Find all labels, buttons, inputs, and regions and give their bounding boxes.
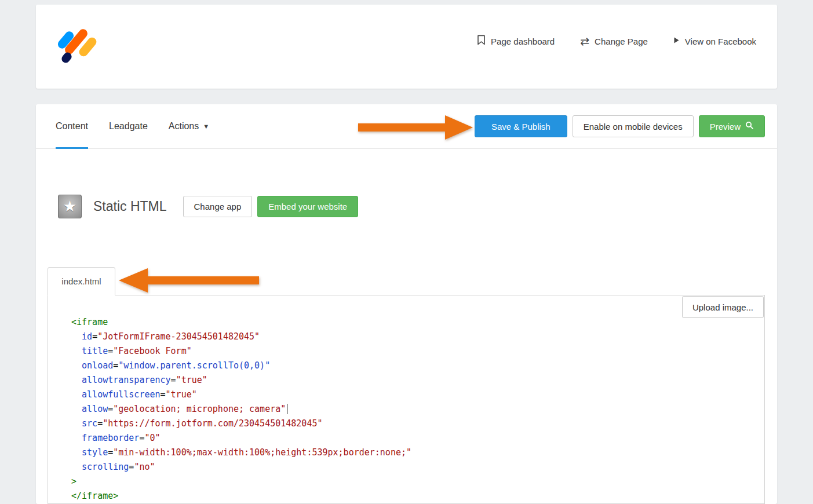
bookmark-icon [477,35,486,48]
embed-website-button[interactable]: Embed your website [257,196,358,217]
nav-label: View on Facebook [685,36,756,46]
code-token-plain: = [97,418,103,429]
code-token-attr: allowfullscreen [82,389,160,400]
screen: Page dashboard ⇄ Change Page View on Fac… [0,0,813,504]
code-token-str: "true" [176,375,207,385]
code-token-plain [71,418,82,429]
swap-icon: ⇄ [580,36,589,47]
code-token-str: "geolocation; microphone; camera" [113,404,286,414]
page-title: Static HTML [93,199,167,214]
code-line[interactable]: src="https://form.jotform.com/2304545014… [71,417,764,431]
code-token-tag: </iframe> [71,491,118,501]
save-publish-button[interactable]: Save & Publish [475,115,567,137]
tab-leadgate[interactable]: Leadgate [109,104,148,148]
code-token-attr: style [82,447,108,458]
text-cursor [287,404,287,414]
upload-image-button[interactable]: Upload image... [682,296,764,318]
code-line[interactable]: id="JotFormIFrame-230454501482045" [71,330,764,344]
arrow-pointing-file-tab [119,265,259,295]
code-token-attr: onload [82,360,113,371]
star-icon: ★ [63,199,76,214]
chevron-down-icon: ▼ [203,123,209,130]
header-nav: Page dashboard ⇄ Change Page View on Fac… [477,35,756,48]
tab-actions[interactable]: Actions ▼ [169,104,209,148]
header-card: Page dashboard ⇄ Change Page View on Fac… [36,5,777,89]
main-card: Content Leadgate Actions ▼ Save & Publis… [36,104,777,504]
code-token-attr: allow [82,404,108,414]
tab-label: Content [56,121,88,132]
code-token-attr: scrolling [82,462,129,472]
file-tab-index-html[interactable]: index.html [48,267,115,295]
code-token-str: "no" [134,462,155,472]
code-token-tag: > [71,476,76,487]
play-icon [673,36,680,46]
code-token-plain: = [108,404,113,414]
code-token-attr: frameborder [82,433,139,443]
code-token-plain: = [108,447,113,458]
nav-item-page-dashboard[interactable]: Page dashboard [477,35,555,48]
code-token-attr: allowtransparency [82,375,171,385]
code-token-str: "0" [144,433,160,443]
code-token-plain [71,360,82,371]
code-token-plain [71,389,82,400]
code-token-str: "JotFormIFrame-230454501482045" [97,331,260,342]
arrow-pointing-save-publish [358,113,474,142]
code-token-plain [71,462,82,472]
code-line[interactable]: scrolling="no" [71,460,764,474]
code-line[interactable]: allowtransparency="true" [71,373,764,388]
toolbar-buttons: Save & Publish Enable on mobile devices … [475,104,765,148]
app-logo-icon [58,27,96,65]
change-app-button[interactable]: Change app [183,196,253,217]
code-token-plain [71,331,82,342]
code-token-plain [71,433,82,443]
code-token-plain: = [161,389,166,400]
code-token-plain: = [108,346,113,356]
magnifier-icon [745,121,754,132]
code-token-jsval: "window.parent.scrollTo(0,0)" [118,360,270,371]
code-token-str: "min-width:100%;max-width:100%;height:53… [113,447,411,458]
code-token-str: "Facebook Form" [113,346,191,356]
code-token-plain [71,404,82,414]
nav-label: Change Page [595,36,648,46]
tab-label: Actions [169,121,199,132]
static-html-app-icon: ★ [58,195,82,218]
code-editor-panel: Upload image... <iframe id="JotFormIFram… [48,295,765,504]
code-token-plain: = [92,331,97,342]
app-row: ★ Static HTML Change app Embed your webs… [36,194,777,218]
code-token-plain [71,375,82,385]
code-token-plain [71,346,82,356]
nav-item-view-on-facebook[interactable]: View on Facebook [673,36,756,46]
code-token-str: "https://form.jotform.com/23045450148204… [103,418,322,429]
code-line[interactable]: allowfullscreen="true" [71,388,764,402]
enable-mobile-button[interactable]: Enable on mobile devices [573,115,694,137]
code-token-tag: <iframe [71,317,108,327]
code-editor[interactable]: <iframe id="JotFormIFrame-23045450148204… [48,295,764,503]
nav-label: Page dashboard [491,36,555,46]
code-line[interactable]: allow="geolocation; microphone; camera" [71,402,764,417]
code-line[interactable]: onload="window.parent.scrollTo(0,0)" [71,359,764,373]
preview-button-label: Preview [710,122,741,132]
code-line[interactable]: </iframe> [71,489,764,503]
code-line[interactable]: style="min-width:100%;max-width:100%;hei… [71,445,764,460]
code-token-attr: title [82,346,108,356]
nav-item-change-page[interactable]: ⇄ Change Page [580,36,648,47]
code-token-plain: = [171,375,176,385]
code-token-attr: id [82,331,92,342]
code-token-plain [71,447,82,458]
code-line[interactable]: title="Facebook Form" [71,344,764,359]
code-line[interactable]: > [71,474,764,489]
code-token-plain: = [113,360,118,371]
code-line[interactable]: <iframe [71,315,764,330]
code-token-attr: src [82,418,97,429]
code-line[interactable]: frameborder="0" [71,431,764,445]
file-tab-label: index.html [61,276,101,286]
preview-button[interactable]: Preview [699,115,765,137]
tab-content[interactable]: Content [56,104,88,148]
tab-label: Leadgate [109,121,148,132]
code-token-str: "true" [166,389,197,400]
